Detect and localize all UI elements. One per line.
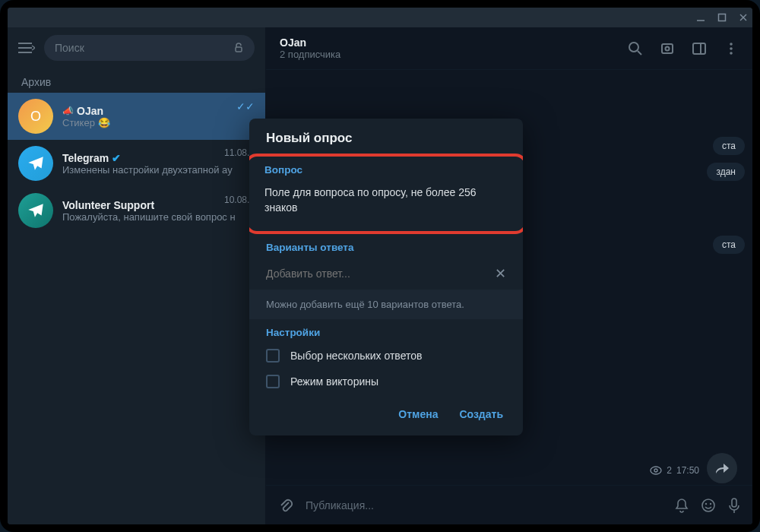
chat-item-ojan[interactable]: O 📣OJan Стикер 😂 ✓✓ xyxy=(8,93,265,140)
svg-point-20 xyxy=(705,502,707,504)
chat-item-telegram[interactable]: Telegram ✔ Изменены настройки двухэтапно… xyxy=(8,140,265,187)
message-pill: ста xyxy=(713,137,745,155)
chat-subtitle: Пожалуйста, напишите свой вопрос н xyxy=(62,211,255,223)
avatar xyxy=(18,146,53,181)
svg-rect-7 xyxy=(236,47,242,52)
message-pill: ста xyxy=(713,236,745,254)
notification-icon[interactable] xyxy=(675,498,689,513)
new-poll-dialog: Новый опрос Вопрос Поле для вопроса по о… xyxy=(249,119,523,435)
setting-quiz[interactable]: Режим викторины xyxy=(249,369,523,394)
svg-point-18 xyxy=(654,469,657,472)
view-count: 2 17:50 xyxy=(650,465,699,476)
checkbox[interactable] xyxy=(266,375,280,388)
search-placeholder: Поиск xyxy=(55,42,84,54)
chat-title: Volunteer Support xyxy=(62,199,154,211)
setting-multiple[interactable]: Выбор нескольких ответов xyxy=(249,343,523,369)
svg-line-9 xyxy=(638,51,641,55)
megaphone-icon: 📣 xyxy=(62,106,74,116)
svg-point-15 xyxy=(730,47,733,50)
svg-point-8 xyxy=(629,43,638,52)
svg-point-14 xyxy=(730,43,733,46)
settings-label: Настройки xyxy=(249,319,523,343)
svg-point-19 xyxy=(702,499,714,511)
avatar: O xyxy=(18,99,53,134)
answers-label: Варианты ответа xyxy=(249,234,523,258)
cancel-button[interactable]: Отмена xyxy=(398,408,438,420)
answers-hint: Можно добавить ещё 10 вариантов ответа. xyxy=(249,290,523,319)
chat-title: OJan xyxy=(77,105,103,117)
svg-rect-10 xyxy=(662,44,673,53)
minimize-button[interactable] xyxy=(696,13,705,22)
composer-input[interactable]: Публикация... xyxy=(306,499,663,511)
dialog-title: Новый опрос xyxy=(249,119,523,154)
titlebar xyxy=(8,8,752,27)
svg-rect-1 xyxy=(719,14,726,21)
svg-rect-22 xyxy=(732,499,736,507)
setting-label: Режим викторины xyxy=(290,375,378,388)
setting-label: Выбор нескольких ответов xyxy=(290,350,422,362)
chat-header-subtitle: 2 подписчика xyxy=(280,49,628,60)
sidebar: Поиск Архив O 📣OJan Стикер 😂 ✓✓ xyxy=(8,27,266,524)
svg-point-11 xyxy=(666,46,670,50)
answer-input[interactable] xyxy=(266,268,495,280)
menu-icon[interactable] xyxy=(18,42,35,54)
emoji-icon[interactable] xyxy=(701,498,716,513)
search-input[interactable]: Поиск xyxy=(44,35,255,61)
sidepanel-icon[interactable] xyxy=(692,41,707,56)
search-icon[interactable] xyxy=(628,41,643,56)
question-highlight: Вопрос Поле для вопроса по опросу, не бо… xyxy=(249,154,523,234)
mic-icon[interactable] xyxy=(728,497,740,514)
chat-header: OJan 2 подписчика xyxy=(266,27,752,70)
chat-subtitle: Изменены настройки двухэтапной ау xyxy=(62,164,255,176)
checkbox[interactable] xyxy=(266,349,280,363)
share-button[interactable] xyxy=(707,453,737,483)
message-pill: здан xyxy=(707,163,745,181)
archive-label[interactable]: Архив xyxy=(8,68,265,93)
more-icon[interactable] xyxy=(724,41,739,56)
svg-rect-12 xyxy=(693,43,705,54)
svg-point-16 xyxy=(730,52,733,55)
question-label: Вопрос xyxy=(249,157,523,180)
avatar xyxy=(18,193,53,228)
maximize-button[interactable] xyxy=(717,13,727,22)
app-window: Поиск Архив O 📣OJan Стикер 😂 ✓✓ xyxy=(8,8,752,524)
svg-point-21 xyxy=(710,502,711,504)
close-icon[interactable]: ✕ xyxy=(495,265,506,282)
create-button[interactable]: Создать xyxy=(459,408,503,420)
svg-point-17 xyxy=(651,467,661,474)
question-input[interactable]: Поле для вопроса по опросу, не более 256… xyxy=(249,180,523,230)
read-check-icon: ✓✓ xyxy=(236,100,255,112)
verified-icon: ✔ xyxy=(112,152,121,164)
close-button[interactable] xyxy=(739,13,748,22)
chat-header-title[interactable]: OJan xyxy=(280,36,628,49)
composer: Публикация... xyxy=(266,485,752,524)
chat-title: Telegram xyxy=(62,152,109,164)
stream-icon[interactable] xyxy=(660,41,675,56)
eye-icon xyxy=(650,466,662,475)
attach-icon[interactable] xyxy=(278,498,293,513)
lock-icon xyxy=(233,43,244,53)
chat-item-support[interactable]: Volunteer Support Пожалуйста, напишите с… xyxy=(8,187,265,234)
chat-subtitle: Стикер 😂 xyxy=(62,117,255,128)
